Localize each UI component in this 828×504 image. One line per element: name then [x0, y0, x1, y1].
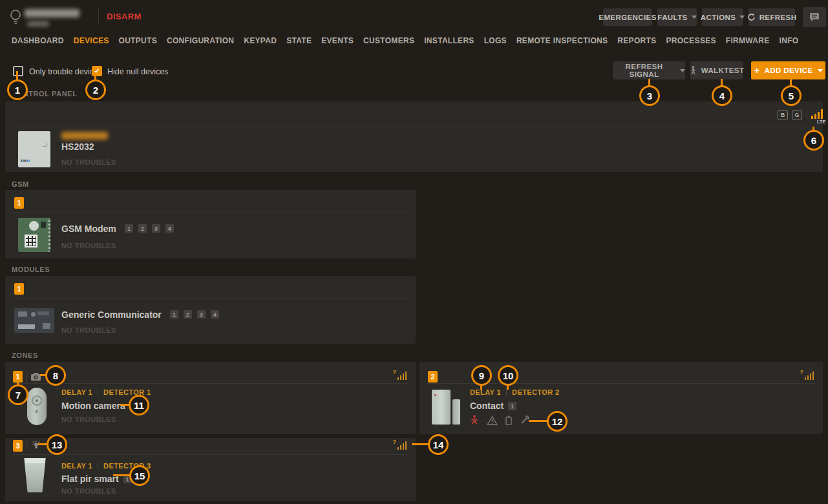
- card-divider: [13, 299, 408, 299]
- section-label-gsm: GSM: [12, 180, 29, 188]
- partition-badges: 1234: [120, 224, 174, 233]
- tab-processes[interactable]: PROCESSES: [666, 36, 716, 45]
- tab-configuration[interactable]: CONFIGURATION: [167, 36, 234, 45]
- partition-badge: 1: [170, 310, 178, 319]
- panel-model: HS2032: [61, 142, 94, 152]
- device-name: Flat pir smart: [61, 474, 119, 484]
- add-device-button[interactable]: + ADD DEVICE: [751, 61, 825, 79]
- hide-null-devices-checkbox[interactable]: ✓: [92, 66, 102, 76]
- pir-detector-image: [23, 458, 47, 492]
- callout-9: 9: [471, 365, 492, 386]
- refresh-icon: [747, 13, 756, 21]
- tab-state[interactable]: STATE: [286, 36, 312, 45]
- device-name-row: Motion camera1: [61, 401, 138, 411]
- card-divider: [13, 383, 408, 384]
- detector-label: DETECTOR 2: [512, 388, 559, 396]
- chevron-down-icon: [739, 16, 745, 19]
- partition-badge: 3: [152, 224, 160, 233]
- refresh-signal-label: REFRESH SIGNAL: [613, 63, 675, 78]
- device-name: Contact: [470, 401, 504, 411]
- tab-keypad[interactable]: KEYPAD: [244, 36, 277, 45]
- callout-13: 13: [47, 434, 67, 455]
- logo-lightbulb-icon: [8, 8, 23, 25]
- gsm-modem-image: [18, 218, 50, 252]
- tab-outputs[interactable]: OUTPUTS: [119, 36, 157, 45]
- device-status: NO TROUBLES: [61, 242, 116, 249]
- tab-firmware[interactable]: FIRMWARE: [726, 36, 770, 45]
- header-divider: [27, 441, 27, 451]
- signal-question-mark: ?: [393, 369, 397, 375]
- callout-1: 1: [7, 79, 28, 100]
- chevron-down-icon: [680, 69, 685, 72]
- partition-badges: 1234: [165, 310, 219, 319]
- emergencies-button[interactable]: EMERGENCIES: [603, 8, 652, 26]
- devices-page: DISARM EMERGENCIES FAULTS ACTIONS REFRES…: [0, 0, 828, 504]
- control-panel-card[interactable]: B G LTE neo HS2032 NO TROUBLES: [5, 101, 823, 172]
- faults-button-label: FAULTS: [657, 14, 687, 21]
- tab-remote-inspections[interactable]: REMOTE INSPECTIONS: [516, 36, 608, 45]
- partition-badge: 2: [138, 224, 147, 233]
- section-label-zones: ZONES: [12, 352, 38, 359]
- callout-6: 6: [803, 130, 824, 151]
- tab-reports[interactable]: REPORTS: [617, 36, 656, 45]
- callout-10: 10: [498, 365, 518, 386]
- redacted-panel-name: [25, 9, 80, 17]
- hide-null-devices-label[interactable]: Hide null devices: [107, 67, 169, 76]
- warning-icon: [487, 415, 498, 425]
- actions-button[interactable]: ACTIONS: [702, 8, 743, 26]
- callout-12: 12: [547, 411, 568, 432]
- callout-8: 8: [45, 365, 66, 386]
- tab-info[interactable]: INFO: [780, 36, 799, 45]
- refresh-signal-button[interactable]: REFRESH SIGNAL: [613, 61, 685, 79]
- contact-magnet-image: [452, 399, 460, 425]
- partition-badge: 4: [165, 224, 174, 233]
- chevron-down-icon: [818, 69, 823, 72]
- device-status: NO TROUBLES: [61, 487, 116, 495]
- device-status: NO TROUBLES: [61, 326, 116, 334]
- walktest-button[interactable]: WALKTEST: [690, 61, 743, 79]
- chevron-down-icon: [692, 16, 697, 19]
- partition-badge: 1: [125, 224, 133, 233]
- callout-15: 15: [129, 465, 150, 486]
- device-number-badge: 1: [14, 283, 24, 295]
- delay-label: DELAY 1: [61, 388, 92, 396]
- callout-5: 5: [781, 85, 801, 106]
- zone-card-motion-camera[interactable]: 1 ? DELAY 1DETECTOR 1 Motion camera1 NO …: [5, 362, 416, 434]
- walktest-label: WALKTEST: [701, 67, 744, 74]
- callout-4: 4: [712, 85, 732, 106]
- tab-events[interactable]: EVENTS: [321, 36, 354, 45]
- callout-7: 7: [8, 384, 28, 405]
- motion-camera-image: [27, 388, 47, 425]
- signal-question-mark: ?: [800, 369, 804, 375]
- redacted-panel-subtitle: [27, 21, 49, 26]
- tab-customers[interactable]: CUSTOMERS: [363, 36, 414, 45]
- header-divider: [98, 7, 99, 25]
- tab-logs[interactable]: LOGS: [484, 36, 507, 45]
- card-divider: [13, 127, 815, 127]
- bell-channel-badge: B: [778, 110, 788, 120]
- generic-communicator-card[interactable]: 1 Generic Communicator1234 NO TROUBLES: [5, 276, 416, 344]
- refresh-button[interactable]: REFRESH: [748, 8, 795, 26]
- actions-button-label: ACTIONS: [701, 14, 736, 21]
- only-trouble-devices-checkbox[interactable]: [13, 66, 23, 76]
- tab-devices[interactable]: DEVICES: [74, 36, 109, 45]
- device-name-row: Contact1: [470, 401, 516, 411]
- chat-button[interactable]: [803, 7, 826, 27]
- tab-installers[interactable]: INSTALLERS: [424, 36, 474, 45]
- callout-3: 3: [639, 85, 660, 106]
- redacted-account-name: [61, 132, 108, 140]
- tab-dashboard[interactable]: DASHBOARD: [12, 36, 64, 45]
- callout-stem: [113, 474, 131, 476]
- gsm-modem-card[interactable]: 1 GSM Modem1234 NO TROUBLES: [5, 190, 416, 258]
- panel-status: NO TROUBLES: [61, 158, 116, 166]
- bulb-indicator-icon: [31, 440, 41, 450]
- plus-icon: +: [754, 65, 759, 76]
- battery-icon: [505, 415, 512, 425]
- attribute-divider: [98, 462, 98, 470]
- faults-button[interactable]: FAULTS: [657, 8, 697, 26]
- device-name: Generic Communicator: [61, 310, 162, 320]
- card-divider: [13, 213, 408, 213]
- device-name-row: GSM Modem1234: [61, 224, 174, 234]
- walktest-person-icon: [690, 66, 697, 75]
- alarm-motion-icon: [470, 415, 479, 425]
